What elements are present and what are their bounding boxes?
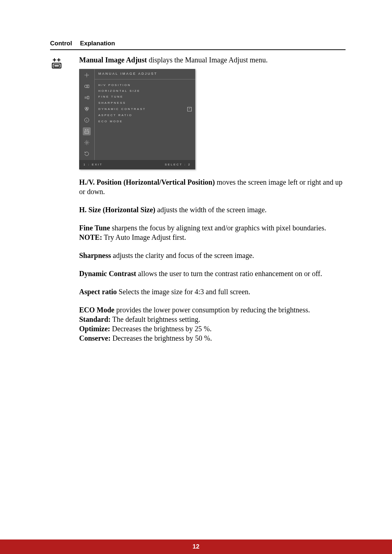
fine-tune-desc: Fine Tune sharpens the focus by aligning… (79, 223, 346, 233)
header-divider (50, 49, 346, 50)
svg-rect-1 (54, 65, 60, 67)
information-icon (83, 116, 91, 124)
osd-footer-select: SELECT : 2 (165, 163, 191, 167)
osd-item: ASPECT RATIO (98, 112, 192, 118)
page-footer: 12 (0, 539, 392, 554)
eco-conserve: Conserve: Decreases the brightness by 50… (79, 333, 346, 343)
eco-optimize: Optimize: Decreases the brightness by 25… (79, 324, 346, 333)
page-number: 12 (193, 543, 200, 550)
col-header-explanation: Explanation (80, 40, 115, 47)
eco-standard: Standard: The default brightness setting… (79, 315, 346, 324)
color-adjust-icon (83, 105, 91, 113)
osd-menu: MANUAL IMAGE ADJUST H/V POSITION HORIZON… (79, 69, 195, 169)
contrast-icon (83, 82, 91, 90)
svg-point-2 (86, 75, 87, 76)
intro-rest: displays the Manual Image Adjust menu. (147, 56, 268, 64)
eco-mode-desc: ECO Mode provides the lower power consum… (79, 305, 346, 315)
checkbox-icon: ✓ (187, 107, 192, 111)
osd-item: SHARPNESS (98, 100, 192, 106)
osd-item: H/V POSITION (98, 82, 192, 88)
dynamic-contrast-desc: Dynamic Contrast allows the user to turn… (79, 269, 346, 278)
auto-adjust-icon (83, 71, 91, 79)
input-select-icon (83, 94, 91, 102)
manual-image-adjust-icon (83, 127, 91, 135)
fine-tune-note: NOTE: Try Auto Image Adjust first. (79, 233, 346, 242)
intro-bold: Manual Image Adjust (79, 56, 147, 64)
svg-rect-10 (85, 131, 89, 133)
manual-image-adjust-icon (50, 63, 63, 71)
osd-sidebar (79, 69, 95, 160)
osd-footer-exit: 1 : EXIT (83, 163, 103, 167)
h-size-desc: H. Size (Horizontal Size) adjusts the wi… (79, 205, 346, 214)
osd-title: MANUAL IMAGE ADJUST (95, 69, 195, 79)
osd-item: FINE TUNE (98, 94, 192, 100)
intro-text: Manual Image Adjust displays the Manual … (79, 55, 346, 65)
osd-list: H/V POSITION HORIZONTAL SIZE FINE TUNE S… (95, 79, 195, 157)
osd-item: DYNAMIC CONTRAST✓ (98, 106, 192, 112)
osd-item: ECO MODE (98, 119, 192, 124)
hv-position-desc: H./V. Position (Horizontal/Vertical Posi… (79, 177, 346, 196)
sharpness-desc: Sharpness adjusts the clarity and focus … (79, 251, 346, 260)
col-header-control: Control (50, 40, 72, 47)
aspect-ratio-desc: Aspect ratio Selects the image size for … (79, 287, 346, 296)
osd-item: HORIZONTAL SIZE (98, 88, 192, 94)
setup-menu-icon (83, 139, 91, 147)
memory-recall-icon (83, 150, 91, 158)
svg-rect-5 (87, 96, 89, 99)
svg-point-11 (86, 142, 88, 144)
